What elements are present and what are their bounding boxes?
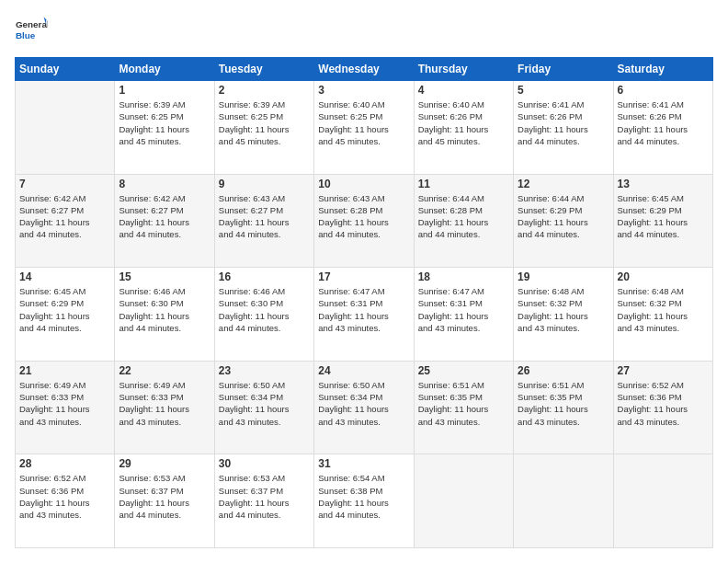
- day-number: 27: [618, 364, 709, 377]
- day-number: 25: [418, 364, 509, 377]
- day-info: Sunrise: 6:49 AM Sunset: 6:33 PM Dayligh…: [119, 379, 210, 428]
- calendar-weekday-header: Tuesday: [214, 58, 313, 81]
- calendar-day-cell: 19Sunrise: 6:48 AM Sunset: 6:32 PM Dayli…: [514, 268, 613, 362]
- day-info: Sunrise: 6:51 AM Sunset: 6:35 PM Dayligh…: [518, 379, 609, 428]
- calendar-day-cell: 20Sunrise: 6:48 AM Sunset: 6:32 PM Dayli…: [613, 268, 712, 362]
- svg-text:General: General: [16, 19, 48, 29]
- day-number: 11: [418, 178, 509, 190]
- day-info: Sunrise: 6:46 AM Sunset: 6:30 PM Dayligh…: [219, 285, 310, 334]
- calendar-week-row: 7Sunrise: 6:42 AM Sunset: 6:27 PM Daylig…: [16, 174, 713, 268]
- calendar-day-cell: [414, 454, 513, 548]
- logo: General Blue: [15, 15, 48, 48]
- day-number: 9: [219, 178, 310, 190]
- day-info: Sunrise: 6:43 AM Sunset: 6:28 PM Dayligh…: [318, 192, 409, 241]
- calendar-weekday-header: Monday: [115, 58, 214, 81]
- day-number: 15: [119, 270, 210, 283]
- day-info: Sunrise: 6:43 AM Sunset: 6:27 PM Dayligh…: [219, 192, 310, 241]
- calendar-day-cell: 12Sunrise: 6:44 AM Sunset: 6:29 PM Dayli…: [514, 174, 613, 268]
- calendar-day-cell: [514, 454, 613, 548]
- day-info: Sunrise: 6:39 AM Sunset: 6:25 PM Dayligh…: [119, 98, 210, 147]
- calendar-day-cell: 8Sunrise: 6:42 AM Sunset: 6:27 PM Daylig…: [115, 174, 214, 268]
- day-number: 22: [119, 364, 210, 377]
- day-info: Sunrise: 6:53 AM Sunset: 6:37 PM Dayligh…: [219, 472, 310, 521]
- day-info: Sunrise: 6:44 AM Sunset: 6:29 PM Dayligh…: [518, 192, 609, 241]
- calendar-day-cell: 7Sunrise: 6:42 AM Sunset: 6:27 PM Daylig…: [16, 174, 115, 268]
- calendar-day-cell: 22Sunrise: 6:49 AM Sunset: 6:33 PM Dayli…: [115, 361, 214, 454]
- calendar-weekday-header: Friday: [514, 58, 613, 81]
- calendar-day-cell: 25Sunrise: 6:51 AM Sunset: 6:35 PM Dayli…: [414, 361, 513, 454]
- calendar-day-cell: 30Sunrise: 6:53 AM Sunset: 6:37 PM Dayli…: [214, 454, 313, 548]
- calendar-day-cell: 24Sunrise: 6:50 AM Sunset: 6:34 PM Dayli…: [314, 361, 414, 454]
- calendar-day-cell: 5Sunrise: 6:41 AM Sunset: 6:26 PM Daylig…: [514, 81, 613, 175]
- day-info: Sunrise: 6:42 AM Sunset: 6:27 PM Dayligh…: [19, 192, 110, 241]
- day-info: Sunrise: 6:52 AM Sunset: 6:36 PM Dayligh…: [618, 379, 709, 428]
- day-info: Sunrise: 6:47 AM Sunset: 6:31 PM Dayligh…: [318, 285, 409, 334]
- day-number: 20: [618, 270, 709, 283]
- day-number: 14: [19, 270, 110, 283]
- calendar-day-cell: 2Sunrise: 6:39 AM Sunset: 6:25 PM Daylig…: [214, 81, 313, 175]
- day-info: Sunrise: 6:50 AM Sunset: 6:34 PM Dayligh…: [219, 379, 310, 428]
- day-info: Sunrise: 6:54 AM Sunset: 6:38 PM Dayligh…: [318, 472, 409, 521]
- calendar-day-cell: 23Sunrise: 6:50 AM Sunset: 6:34 PM Dayli…: [214, 361, 313, 454]
- calendar-day-cell: 21Sunrise: 6:49 AM Sunset: 6:33 PM Dayli…: [16, 361, 115, 454]
- calendar-day-cell: 16Sunrise: 6:46 AM Sunset: 6:30 PM Dayli…: [214, 268, 313, 362]
- calendar-day-cell: 6Sunrise: 6:41 AM Sunset: 6:26 PM Daylig…: [613, 81, 712, 175]
- day-info: Sunrise: 6:40 AM Sunset: 6:25 PM Dayligh…: [318, 98, 409, 147]
- calendar-week-row: 28Sunrise: 6:52 AM Sunset: 6:36 PM Dayli…: [16, 454, 713, 548]
- day-number: 30: [219, 457, 310, 470]
- day-number: 16: [219, 270, 310, 283]
- day-info: Sunrise: 6:51 AM Sunset: 6:35 PM Dayligh…: [418, 379, 509, 428]
- calendar-day-cell: 10Sunrise: 6:43 AM Sunset: 6:28 PM Dayli…: [314, 174, 414, 268]
- day-number: 28: [19, 457, 110, 470]
- calendar-weekday-header: Sunday: [16, 58, 115, 81]
- day-number: 24: [318, 364, 409, 377]
- calendar-day-cell: 26Sunrise: 6:51 AM Sunset: 6:35 PM Dayli…: [514, 361, 613, 454]
- header: General Blue: [15, 15, 713, 48]
- day-number: 5: [518, 84, 609, 97]
- calendar-day-cell: 15Sunrise: 6:46 AM Sunset: 6:30 PM Dayli…: [115, 268, 214, 362]
- day-info: Sunrise: 6:49 AM Sunset: 6:33 PM Dayligh…: [19, 379, 110, 428]
- calendar-week-row: 14Sunrise: 6:45 AM Sunset: 6:29 PM Dayli…: [16, 268, 713, 362]
- day-number: 3: [318, 84, 409, 97]
- day-number: 13: [618, 178, 709, 190]
- day-info: Sunrise: 6:53 AM Sunset: 6:37 PM Dayligh…: [119, 472, 210, 521]
- day-info: Sunrise: 6:47 AM Sunset: 6:31 PM Dayligh…: [418, 285, 509, 334]
- day-info: Sunrise: 6:44 AM Sunset: 6:28 PM Dayligh…: [418, 192, 509, 241]
- day-number: 12: [518, 178, 609, 190]
- calendar-day-cell: 14Sunrise: 6:45 AM Sunset: 6:29 PM Dayli…: [16, 268, 115, 362]
- day-info: Sunrise: 6:45 AM Sunset: 6:29 PM Dayligh…: [618, 192, 709, 241]
- calendar-weekday-header: Wednesday: [314, 58, 414, 81]
- page-container: General Blue SundayMondayTuesdayWednesda…: [0, 0, 728, 563]
- day-number: 8: [119, 178, 210, 190]
- calendar-week-row: 21Sunrise: 6:49 AM Sunset: 6:33 PM Dayli…: [16, 361, 713, 454]
- calendar-header-row: SundayMondayTuesdayWednesdayThursdayFrid…: [16, 58, 713, 81]
- day-info: Sunrise: 6:39 AM Sunset: 6:25 PM Dayligh…: [219, 98, 310, 147]
- day-info: Sunrise: 6:45 AM Sunset: 6:29 PM Dayligh…: [19, 285, 110, 334]
- logo-svg: General Blue: [15, 15, 48, 48]
- day-number: 2: [219, 84, 310, 97]
- calendar-day-cell: 31Sunrise: 6:54 AM Sunset: 6:38 PM Dayli…: [314, 454, 414, 548]
- calendar-day-cell: 4Sunrise: 6:40 AM Sunset: 6:26 PM Daylig…: [414, 81, 513, 175]
- logo: General Blue: [15, 15, 48, 48]
- day-info: Sunrise: 6:46 AM Sunset: 6:30 PM Dayligh…: [119, 285, 210, 334]
- calendar-weekday-header: Thursday: [414, 58, 513, 81]
- day-number: 1: [119, 84, 210, 97]
- day-info: Sunrise: 6:41 AM Sunset: 6:26 PM Dayligh…: [618, 98, 709, 147]
- calendar-day-cell: 29Sunrise: 6:53 AM Sunset: 6:37 PM Dayli…: [115, 454, 214, 548]
- day-number: 17: [318, 270, 409, 283]
- calendar-day-cell: 18Sunrise: 6:47 AM Sunset: 6:31 PM Dayli…: [414, 268, 513, 362]
- calendar-day-cell: 9Sunrise: 6:43 AM Sunset: 6:27 PM Daylig…: [214, 174, 313, 268]
- day-info: Sunrise: 6:48 AM Sunset: 6:32 PM Dayligh…: [618, 285, 709, 334]
- calendar-table: SundayMondayTuesdayWednesdayThursdayFrid…: [15, 57, 713, 548]
- day-number: 21: [19, 364, 110, 377]
- day-info: Sunrise: 6:48 AM Sunset: 6:32 PM Dayligh…: [518, 285, 609, 334]
- calendar-day-cell: 28Sunrise: 6:52 AM Sunset: 6:36 PM Dayli…: [16, 454, 115, 548]
- calendar-day-cell: [613, 454, 712, 548]
- day-number: 23: [219, 364, 310, 377]
- day-number: 29: [119, 457, 210, 470]
- day-number: 31: [318, 457, 409, 470]
- calendar-day-cell: 3Sunrise: 6:40 AM Sunset: 6:25 PM Daylig…: [314, 81, 414, 175]
- day-info: Sunrise: 6:50 AM Sunset: 6:34 PM Dayligh…: [318, 379, 409, 428]
- day-number: 26: [518, 364, 609, 377]
- day-info: Sunrise: 6:41 AM Sunset: 6:26 PM Dayligh…: [518, 98, 609, 147]
